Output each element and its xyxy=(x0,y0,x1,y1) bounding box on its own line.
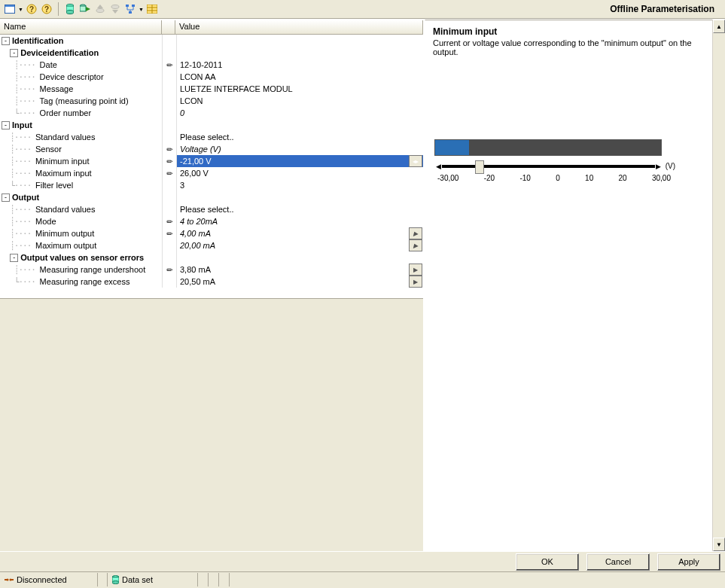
svg-rect-17 xyxy=(132,5,135,7)
svg-point-14 xyxy=(111,5,119,9)
tree-item-order-number[interactable]: └···· Order number 0 xyxy=(0,107,423,119)
status-empty1 xyxy=(98,573,108,586)
help2-icon[interactable]: ? xyxy=(40,2,53,16)
svg-point-8 xyxy=(66,11,74,14)
scroll-down-icon[interactable]: ▼ xyxy=(713,538,725,551)
selected-value[interactable]: -21,00 V xyxy=(178,156,213,166)
tree-item-tag[interactable]: ┊···· Tag (measuring point id) LCON xyxy=(0,95,423,107)
value-bar xyxy=(434,139,662,156)
svg-marker-15 xyxy=(112,10,118,14)
play-button[interactable]: ▶ xyxy=(409,264,422,276)
pencil-icon: ✎ xyxy=(164,168,174,178)
detail-description: Current or voltage value corresponding t… xyxy=(433,38,705,56)
collapse-icon[interactable]: - xyxy=(10,49,18,57)
svg-rect-18 xyxy=(129,11,132,14)
svg-point-23 xyxy=(7,579,9,581)
main-area: Name Value -Identification -Deviceidenti… xyxy=(0,19,725,551)
svg-text:?: ? xyxy=(44,5,49,14)
svg-point-27 xyxy=(112,581,119,584)
tree-item-max-output[interactable]: ┊···· Maximum output 20,00 mA ▶ xyxy=(0,239,423,251)
svg-point-24 xyxy=(10,579,12,581)
svg-marker-13 xyxy=(97,5,103,8)
slider-thumb[interactable] xyxy=(475,160,484,174)
status-empty3 xyxy=(209,573,219,586)
dropdown-caret-icon[interactable]: ▼ xyxy=(139,7,144,12)
collapse-icon[interactable]: - xyxy=(10,254,18,262)
window-icon[interactable] xyxy=(3,2,17,16)
play-button[interactable]: ▶ xyxy=(409,239,422,251)
tree-item-message[interactable]: ┊···· Message LUETZE INTERFACE MODUL xyxy=(0,83,423,95)
status-empty5 xyxy=(230,573,725,586)
slider[interactable] xyxy=(442,162,655,171)
toolbar: ▼ ? ? ▼ Offline Parameterisation xyxy=(0,0,725,19)
apply-button[interactable]: Apply xyxy=(657,553,720,571)
tree-group-output[interactable]: -Output xyxy=(0,191,423,203)
tree-group-errors[interactable]: -Output values on sensor errors xyxy=(0,251,423,264)
db-icon xyxy=(112,575,119,584)
col-name[interactable]: Name xyxy=(0,20,162,34)
tree-body[interactable]: -Identification -Deviceidentification ┊·… xyxy=(0,35,423,299)
db-down-icon[interactable] xyxy=(108,2,122,16)
ok-button[interactable]: OK xyxy=(516,553,579,571)
detail-panel: Minimum input Current or voltage value c… xyxy=(425,20,725,551)
dialog-buttons: OK Cancel Apply xyxy=(0,551,725,571)
parameter-tree-panel: Name Value -Identification -Deviceidenti… xyxy=(0,20,425,551)
tree-item-undershoot[interactable]: ┊···· Measuring range undershoot ✎ 3,80 … xyxy=(0,264,423,276)
dropdown-caret-icon[interactable]: ▼ xyxy=(18,7,23,12)
tree-header: Name Value xyxy=(0,20,423,35)
tree-item-date[interactable]: ┊···· Date ✎ 12-10-2011 xyxy=(0,59,423,71)
play-button[interactable]: ▶ xyxy=(409,276,422,288)
svg-point-12 xyxy=(96,9,104,13)
svg-rect-1 xyxy=(5,7,14,13)
tree-item-mode[interactable]: ┊···· Mode ✎ 4 to 20mA xyxy=(0,215,423,227)
tree-item-output-standard[interactable]: ┊···· Standard values Please select.. xyxy=(0,203,423,215)
pencil-icon: ✎ xyxy=(164,144,174,154)
svg-text:?: ? xyxy=(29,5,34,14)
slider-ticks: -30,00 -20 -10 0 10 20 30,00 xyxy=(437,174,671,182)
collapse-icon[interactable]: - xyxy=(2,193,10,202)
col-sep xyxy=(162,20,175,34)
grid-icon[interactable] xyxy=(145,2,159,16)
tree-item-device-descriptor[interactable]: ┊···· Device descriptor LCON AA xyxy=(0,71,423,83)
play-button[interactable]: ▶ xyxy=(409,227,422,239)
scroll-up-icon[interactable]: ▲ xyxy=(713,20,725,33)
cancel-button[interactable]: Cancel xyxy=(586,553,650,571)
status-connection: Disconnected xyxy=(0,573,98,586)
detail-title: Minimum input xyxy=(433,26,705,37)
svg-rect-16 xyxy=(126,5,129,7)
tree-item-input-standard[interactable]: ┊···· Standard values Please select.. xyxy=(0,131,423,143)
status-dataset: Data set xyxy=(108,573,198,586)
pencil-icon: ✎ xyxy=(164,216,174,226)
slider-left-arrow-icon[interactable]: ◀ xyxy=(434,162,442,171)
help-icon[interactable]: ? xyxy=(25,2,38,16)
db-up-icon[interactable] xyxy=(93,2,107,16)
slider-right-arrow-icon[interactable]: ▶ xyxy=(655,162,663,171)
status-empty4 xyxy=(219,573,230,586)
db-icon[interactable] xyxy=(63,2,77,16)
value-bar-fill xyxy=(435,140,469,155)
col-value[interactable]: Value xyxy=(175,20,423,34)
tree-group-identification[interactable]: -Identification xyxy=(0,35,423,47)
tree-item-maximum-input[interactable]: ┊···· Maximum input ✎ 26,00 V xyxy=(0,167,423,179)
svg-rect-10 xyxy=(80,6,86,11)
tree-item-sensor[interactable]: ┊···· Sensor ✎ Voltage (V) xyxy=(0,143,423,155)
tree-group-device-identification[interactable]: -Deviceidentification xyxy=(0,47,423,59)
tree-icon[interactable] xyxy=(123,2,137,16)
db-play-icon[interactable] xyxy=(78,2,92,16)
collapse-icon[interactable]: - xyxy=(2,121,10,129)
tree-item-minimum-input[interactable]: ┊···· Minimum input ✎ -21,00 V ◂▸ xyxy=(0,155,423,167)
tree-item-min-output[interactable]: ┊···· Minimum output ✎ 4,00 mA ▶ xyxy=(0,227,423,239)
slider-unit: (V) xyxy=(666,162,675,170)
tree-group-input[interactable]: -Input xyxy=(0,119,423,131)
statusbar: Disconnected Data set xyxy=(0,571,725,587)
collapse-icon[interactable]: - xyxy=(2,37,10,45)
scrollbar[interactable]: ▲ ▼ xyxy=(712,20,725,551)
pencil-icon: ✎ xyxy=(164,156,174,166)
spin-button[interactable]: ◂▸ xyxy=(409,155,422,167)
tree-item-excess[interactable]: └···· Measuring range excess 20,50 mA ▶ xyxy=(0,276,423,288)
pencil-icon: ✎ xyxy=(164,59,174,69)
tree-item-filter-level[interactable]: └···· Filter level 3 xyxy=(0,179,423,191)
status-empty2 xyxy=(198,573,209,586)
pencil-icon: ✎ xyxy=(164,228,174,238)
pencil-icon: ✎ xyxy=(164,264,174,274)
